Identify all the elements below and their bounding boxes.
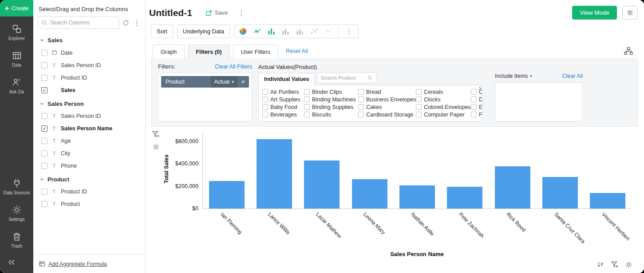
collapse-sidebar-button[interactable] (0, 253, 33, 273)
remove-filter-icon[interactable]: × (237, 78, 249, 85)
column-item[interactable]: TProduct (33, 198, 145, 210)
checkbox[interactable] (304, 104, 310, 110)
report-settings-button[interactable] (622, 6, 638, 20)
checkbox[interactable] (304, 112, 310, 117)
checkbox[interactable] (41, 201, 47, 207)
column-item[interactable]: TSales Person ID (33, 59, 145, 72)
checkbox[interactable] (41, 163, 47, 169)
bar[interactable] (304, 161, 340, 209)
add-filter-icon[interactable] (611, 261, 619, 269)
view-mode-button[interactable]: View Mode (572, 6, 617, 20)
checkbox[interactable] (358, 112, 364, 117)
search-product-box[interactable] (317, 72, 376, 83)
filter-mode-dropdown[interactable]: Actual ▾ (211, 76, 237, 88)
checkbox[interactable] (304, 89, 310, 95)
tab-filters[interactable]: Filters (0) (188, 44, 230, 59)
checkbox[interactable] (416, 96, 422, 102)
underlying-data-button[interactable]: Underlying Data (177, 24, 230, 38)
column-item[interactable]: TPhone (33, 160, 145, 172)
reset-all-link[interactable]: Reset All (286, 48, 308, 54)
columns-menu-kebab-icon[interactable]: ⋮ (132, 19, 142, 27)
product-checkbox-item[interactable]: Cardboard Storage (358, 112, 416, 118)
checkbox[interactable]: ✓ (41, 87, 47, 93)
product-checkbox-item[interactable]: Binding Machines (304, 96, 358, 103)
checkbox[interactable] (471, 96, 477, 102)
product-checkbox-item[interactable]: Clocks (416, 96, 471, 103)
checkbox[interactable] (41, 113, 47, 119)
scatter-chart-icon[interactable] (310, 27, 318, 36)
sort-button[interactable]: Sort (151, 24, 173, 38)
gear-icon[interactable] (625, 261, 632, 269)
column-section-header[interactable]: Product (33, 172, 145, 185)
search-columns-box[interactable] (38, 16, 119, 29)
checkbox[interactable] (416, 112, 422, 117)
pie-chart-icon[interactable] (239, 27, 247, 36)
save-button[interactable]: Save (205, 9, 228, 16)
tab-graph[interactable]: Graph (153, 44, 185, 59)
bar[interactable] (352, 179, 387, 209)
checkbox[interactable] (262, 104, 268, 110)
checkbox[interactable] (471, 104, 477, 110)
checkbox[interactable] (416, 89, 422, 95)
product-checkbox-item[interactable]: Baby Food (262, 104, 304, 110)
product-checkbox-item[interactable]: F (471, 112, 482, 118)
previous-page-icon[interactable]: ‹ (479, 93, 481, 100)
sidebar-item-data-sources[interactable]: Data Sources (0, 173, 33, 200)
product-checkbox-item[interactable]: Colored Envelopes (416, 104, 471, 110)
product-checkbox-item[interactable]: Computer Paper (416, 112, 471, 118)
column-item[interactable]: ✓TSales Person Name (33, 122, 145, 135)
column-item[interactable]: TProduct ID (33, 72, 145, 84)
checkbox[interactable] (41, 62, 47, 68)
product-checkbox-item[interactable]: Biscuits (304, 112, 358, 118)
product-checkbox-item[interactable]: Business Envelopes (358, 96, 416, 103)
clustered-bar-icon[interactable] (281, 27, 290, 36)
column-section-header[interactable]: Sales (33, 33, 145, 46)
checkbox[interactable] (41, 189, 47, 195)
sidebar-item-explorer[interactable]: Explorer (0, 19, 33, 46)
refresh-icon[interactable] (122, 20, 129, 26)
column-item[interactable]: TCity (33, 147, 145, 160)
column-item[interactable]: TAge (33, 135, 145, 147)
bar[interactable] (542, 177, 578, 209)
product-checkbox-item[interactable]: Bread (358, 89, 416, 95)
checkbox[interactable] (41, 138, 47, 144)
checkbox[interactable] (41, 50, 47, 56)
stacked-bar-icon[interactable] (296, 27, 304, 36)
bar[interactable] (209, 181, 245, 209)
checkbox[interactable] (416, 104, 422, 110)
product-checkbox-item[interactable]: Cereals (416, 89, 471, 95)
product-filter-chip[interactable]: Product Actual ▾ × (161, 76, 249, 88)
clear-all-link[interactable]: Clear All (562, 73, 583, 79)
add-filter-icon[interactable] (152, 130, 160, 138)
product-checkbox-item[interactable]: Beverages (262, 112, 304, 118)
sort-order-icon[interactable] (597, 261, 604, 269)
title-menu-kebab-icon[interactable]: ⋮ (237, 8, 246, 17)
product-checkbox-item[interactable]: Art Supplies (262, 96, 304, 103)
search-columns-input[interactable] (50, 20, 115, 26)
checkbox[interactable] (262, 89, 268, 95)
tab-user-filters[interactable]: User Filters (233, 44, 278, 59)
column-section-header[interactable]: Sales Person (33, 96, 145, 110)
include-items-dropdown[interactable]: Include Items ▾ (495, 73, 532, 79)
hierarchy-view-icon[interactable] (624, 47, 633, 55)
bar[interactable] (590, 193, 625, 209)
bar[interactable] (399, 185, 435, 209)
product-checkbox-item[interactable]: Binding Supplies (304, 104, 358, 110)
checkbox[interactable] (471, 112, 477, 117)
checkbox[interactable] (304, 96, 310, 102)
product-checkbox-item[interactable]: Cakes (358, 104, 416, 110)
checkbox[interactable]: ✓ (41, 125, 47, 132)
bar[interactable] (257, 139, 292, 209)
checkbox[interactable] (358, 89, 364, 95)
bar[interactable] (495, 166, 530, 209)
more-chart-types-kebab-icon[interactable]: ⋮ (344, 27, 354, 36)
line-chart-icon[interactable] (253, 27, 261, 36)
checkbox[interactable] (262, 96, 268, 102)
column-item[interactable]: Date (33, 46, 145, 59)
clear-all-filters-link[interactable]: Clear All Filters (215, 64, 252, 70)
search-product-input[interactable] (320, 75, 367, 80)
add-aggregate-formula-link[interactable]: Add Aggregate Formula (48, 261, 107, 267)
sidebar-item-settings[interactable]: Settings (0, 200, 33, 227)
create-button[interactable]: + Create (0, 0, 33, 16)
product-checkbox-item[interactable]: Binder Clips (304, 89, 358, 95)
